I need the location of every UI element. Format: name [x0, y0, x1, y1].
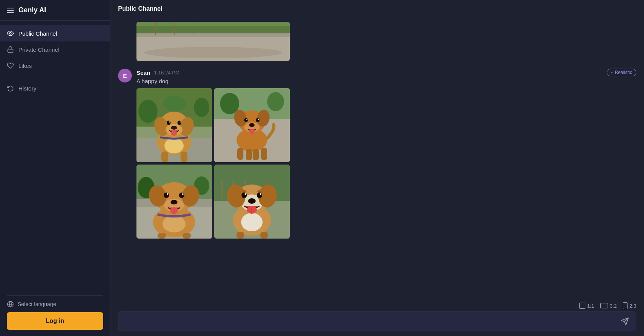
sidebar-item-label: Private Channel	[18, 46, 59, 53]
dog-svg-2	[214, 88, 290, 162]
svg-point-46	[246, 119, 248, 120]
ratio-2-3-label: 2:3	[629, 303, 636, 309]
eye-icon	[7, 30, 14, 37]
svg-point-0	[10, 33, 12, 35]
sidebar-header: Genly AI	[0, 0, 110, 21]
message-input[interactable]	[124, 318, 619, 325]
channel-header: Public Channel	[110, 0, 644, 18]
svg-point-90	[242, 190, 246, 193]
svg-point-29	[180, 122, 181, 123]
message-time: 1:16:24 PM	[154, 70, 180, 76]
svg-rect-5	[136, 26, 290, 33]
ratio-portrait-icon	[623, 302, 628, 309]
sidebar-footer: Select language Log in	[0, 296, 110, 336]
message-item: E Sean 1:16:24 PM Realistic A happy dog	[118, 65, 636, 242]
ratio-square-icon	[579, 303, 585, 309]
svg-point-47	[258, 119, 259, 120]
svg-point-44	[244, 118, 248, 122]
ratio-landscape-icon	[600, 303, 608, 308]
svg-point-27	[177, 121, 181, 125]
message-input-box	[118, 311, 636, 331]
dog-image-3[interactable]	[136, 165, 212, 239]
svg-rect-70	[158, 233, 166, 239]
top-partial-image-container	[118, 18, 636, 65]
svg-point-88	[245, 193, 246, 195]
svg-point-87	[257, 193, 262, 198]
dog-image-1[interactable]	[136, 88, 212, 162]
svg-point-42	[249, 123, 255, 127]
login-button[interactable]: Log in	[7, 312, 103, 330]
ratio-3-2[interactable]: 3:2	[600, 303, 617, 309]
svg-point-86	[242, 193, 247, 198]
message-text: A happy dog	[136, 78, 636, 84]
history-icon	[7, 85, 14, 92]
svg-point-24	[171, 126, 177, 130]
partial-road-image	[136, 22, 290, 61]
ratio-1-1-label: 1:1	[587, 303, 594, 309]
svg-point-16	[194, 98, 209, 117]
svg-point-45	[256, 118, 260, 122]
svg-point-25	[171, 130, 177, 136]
ratio-1-1[interactable]: 1:1	[579, 303, 594, 309]
language-icon	[7, 301, 14, 308]
lock-icon	[7, 46, 14, 53]
messages-area: E Sean 1:16:24 PM Realistic A happy dog	[110, 18, 644, 299]
svg-point-17	[163, 96, 186, 111]
sidebar-item-label: History	[18, 85, 36, 92]
svg-rect-92	[237, 232, 244, 239]
svg-point-68	[167, 193, 168, 195]
message-username: Sean	[136, 69, 150, 76]
send-icon	[621, 317, 629, 326]
sidebar-nav: Public Channel Private Channel Likes	[0, 21, 110, 295]
svg-rect-30	[161, 152, 168, 162]
svg-rect-1	[8, 49, 13, 52]
svg-point-63	[171, 200, 177, 204]
nav-divider	[7, 77, 103, 77]
sidebar-item-history[interactable]: History	[0, 80, 110, 96]
select-language[interactable]: Select language	[7, 301, 103, 308]
send-button[interactable]	[619, 316, 631, 327]
svg-rect-71	[182, 233, 191, 239]
svg-point-15	[138, 100, 158, 123]
heart-icon	[7, 62, 14, 69]
app-title: Genly AI	[18, 6, 46, 14]
svg-point-58	[163, 216, 186, 232]
dog-image-2[interactable]	[214, 88, 290, 162]
svg-point-89	[260, 193, 261, 195]
sidebar-item-label: Likes	[18, 63, 32, 69]
ratio-3-2-label: 3:2	[610, 303, 617, 309]
svg-rect-31	[181, 152, 187, 162]
menu-icon[interactable]	[7, 8, 14, 13]
svg-rect-48	[237, 148, 243, 160]
sidebar-item-private-channel[interactable]: Private Channel	[0, 41, 110, 58]
svg-point-66	[164, 193, 169, 198]
svg-point-36	[267, 92, 284, 111]
dog-svg-4	[214, 165, 290, 239]
svg-point-35	[220, 93, 239, 114]
sidebar: Genly AI Public Channel Private Channel	[0, 0, 110, 336]
svg-point-28	[169, 122, 170, 123]
svg-point-19	[164, 138, 184, 153]
svg-rect-93	[260, 232, 268, 239]
svg-rect-50	[253, 149, 259, 160]
image-grid	[136, 88, 290, 239]
ratio-controls: 1:1 3:2 2:3	[118, 302, 636, 309]
svg-point-91	[257, 190, 262, 193]
dog-image-4[interactable]	[214, 165, 290, 239]
ratio-2-3[interactable]: 2:3	[623, 302, 636, 309]
sidebar-item-label: Public Channel	[18, 30, 57, 37]
message-meta-left: Sean 1:16:24 PM	[136, 69, 179, 76]
sidebar-item-likes[interactable]: Likes	[0, 58, 110, 74]
main-content: Public Channel	[110, 0, 644, 336]
realistic-badge[interactable]: Realistic	[607, 69, 636, 76]
message-content: Sean 1:16:24 PM Realistic A happy dog	[136, 69, 636, 239]
sidebar-item-public-channel[interactable]: Public Channel	[0, 25, 110, 41]
message-meta: Sean 1:16:24 PM Realistic	[136, 69, 636, 76]
svg-rect-7	[136, 33, 290, 37]
dog-svg-3	[136, 165, 212, 239]
dog-svg-1	[136, 88, 212, 162]
svg-point-69	[182, 193, 184, 195]
select-language-label: Select language	[18, 301, 56, 307]
svg-point-26	[167, 121, 171, 125]
svg-point-67	[179, 193, 184, 198]
